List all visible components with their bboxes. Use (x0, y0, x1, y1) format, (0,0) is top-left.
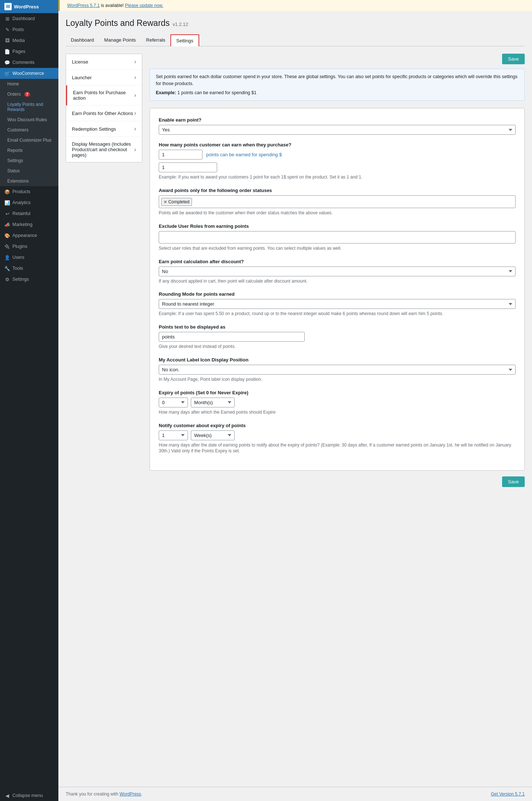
sidebar-item-comments[interactable]: 💬 Comments (0, 57, 58, 68)
select-account-icon[interactable]: No icon. Before label After label (159, 365, 516, 375)
sidebar-label-home: Home (7, 81, 19, 87)
tab-manage-points[interactable]: Manage Points (99, 34, 141, 46)
nav-item-earn-purchase[interactable]: Earn Points for Purchase action › (66, 85, 142, 106)
sidebar-item-customers[interactable]: Customers (0, 125, 58, 135)
input-points-text[interactable] (159, 332, 305, 342)
tab-settings[interactable]: Settings (170, 34, 199, 46)
sidebar-item-users[interactable]: 👤 Users (0, 252, 58, 263)
main-tabs: Dashboard Manage Points Referrals Settin… (66, 34, 525, 46)
page-title-text: Loyalty Points and Rewards (66, 18, 170, 28)
sidebar-item-home[interactable]: Home (0, 79, 58, 89)
notify-expiry-row: 1 2 3 7 14 30 Day(s) Week(s) Month(s) (159, 430, 516, 440)
sidebar-item-status[interactable]: Status (0, 166, 58, 176)
nav-item-display-messages[interactable]: Display Messages (Includes Product/cart … (66, 137, 142, 162)
sidebar-label-dashboard: Dashboard (12, 16, 35, 21)
sidebar-label-orders: Orders (7, 92, 21, 97)
sidebar-label-reports: Reports (7, 148, 23, 153)
form-group-earn-discount: Earn point calculation after discount? N… (159, 259, 516, 284)
sidebar-label-collapse: Collapse menu (12, 793, 43, 798)
sidebar-item-retainful[interactable]: ↩ Retainful (0, 208, 58, 219)
nav-item-launcher[interactable]: Launcher › (66, 70, 142, 85)
tab-referrals[interactable]: Referrals (141, 34, 170, 46)
select-earn-discount[interactable]: No Yes (159, 267, 516, 276)
form-group-order-statuses: Award points only for the following orde… (159, 188, 516, 216)
sidebar-label-plugins: Plugins (12, 244, 27, 249)
hint-rounding: Example: If a user has spent 5.50 on a p… (159, 311, 516, 317)
sidebar-item-pages[interactable]: 📄 Pages (0, 46, 58, 57)
nav-item-redemption[interactable]: Redemption Settings › (66, 121, 142, 137)
sidebar-label-woo-discount: Woo Discount Rules (7, 117, 47, 122)
sidebar-item-settings-main[interactable]: ⚙ Settings (0, 274, 58, 285)
tag-input-statuses[interactable]: × Completed (159, 195, 516, 208)
points-row: points can be earned for spending $ (159, 150, 516, 160)
chevron-icon-display-messages: › (134, 146, 136, 153)
select-enable-earn[interactable]: Yes No (159, 125, 516, 135)
nav-label-earn-other: Earn Points for Other Actions (72, 111, 133, 116)
sidebar-item-posts[interactable]: ✎ Posts (0, 24, 58, 35)
sidebar-item-reports[interactable]: Reports (0, 145, 58, 156)
form-group-expiry: Expiry of points (Set 0 for Never Expire… (159, 390, 516, 415)
footer-version-link[interactable]: Get Version 5.7.1 (491, 792, 525, 797)
sidebar-label-settings-main: Settings (12, 277, 29, 282)
chevron-icon-launcher: › (134, 74, 136, 81)
hint-earn-discount: If any discount applied in cart, then po… (159, 278, 516, 284)
sidebar-label-loyalty: Loyalty Points and Rewards (7, 102, 54, 112)
sidebar-label-customers: Customers (7, 127, 28, 133)
select-notify-unit[interactable]: Day(s) Week(s) Month(s) (191, 430, 235, 440)
sidebar-item-marketing[interactable]: 📣 Marketing (0, 219, 58, 230)
footer-wp-link[interactable]: WordPress (119, 792, 141, 797)
select-rounding[interactable]: Round to nearest integer Round up Round … (159, 299, 516, 309)
hint-notify-expiry: How many days after the date of earning … (159, 442, 516, 455)
tag-input-field[interactable] (193, 197, 513, 206)
label-account-icon: My Account Label Icon Display Position (159, 357, 516, 363)
update-now-link[interactable]: Please update now. (125, 3, 163, 8)
sidebar-item-dashboard[interactable]: ⊞ Dashboard (0, 13, 58, 24)
sidebar-item-email-customizer[interactable]: Email Customizer Plus (0, 135, 58, 145)
select-expiry-count[interactable]: 0 1 2 3 6 (159, 398, 188, 407)
sidebar-label-tools: Tools (12, 266, 23, 271)
tag-remove-completed[interactable]: × (164, 199, 167, 205)
hint-order-statuses: Points will be awarded to the customer w… (159, 210, 516, 216)
sidebar-item-analytics[interactable]: 📊 Analytics (0, 197, 58, 208)
plugins-icon: 🔌 (4, 244, 10, 249)
select-notify-count[interactable]: 1 2 3 7 14 30 (159, 430, 188, 440)
exclude-roles-input[interactable] (159, 231, 516, 244)
save-button-top[interactable]: Save (502, 54, 525, 64)
nav-item-earn-other[interactable]: Earn Points for Other Actions › (66, 106, 142, 121)
save-button-bottom[interactable]: Save (502, 476, 525, 487)
label-expiry: Expiry of points (Set 0 for Never Expire… (159, 390, 516, 395)
sidebar-label-retainful: Retainful (12, 211, 30, 216)
sidebar-item-woo-discount[interactable]: Woo Discount Rules (0, 115, 58, 125)
update-notice-link1[interactable]: WordPress 5.7.1 (67, 3, 100, 8)
update-notice-text2: is available! (101, 3, 124, 8)
spend-input[interactable] (159, 162, 217, 172)
sidebar-item-media[interactable]: 🖼 Media (0, 35, 58, 46)
tab-dashboard[interactable]: Dashboard (66, 34, 99, 46)
page-title: Loyalty Points and Rewards v1.2.12 (66, 18, 525, 28)
sidebar-item-plugins[interactable]: 🔌 Plugins (0, 241, 58, 252)
info-box: Set points earned for each dollar custom… (150, 69, 525, 101)
form-group-enable-earn: Enable earn point? Yes No (159, 117, 516, 135)
sidebar-item-appearance[interactable]: 🎨 Appearance (0, 230, 58, 241)
sidebar-item-tools[interactable]: 🔧 Tools (0, 263, 58, 274)
media-icon: 🖼 (4, 38, 10, 43)
nav-label-redemption: Redemption Settings (72, 126, 116, 132)
nav-item-license[interactable]: License › (66, 54, 142, 70)
sidebar-item-loyalty[interactable]: Loyalty Points and Rewards (0, 99, 58, 115)
sidebar-item-settings[interactable]: Settings (0, 156, 58, 166)
sidebar-item-collapse[interactable]: ◀ Collapse menu (0, 790, 58, 801)
sidebar-item-products[interactable]: 📦 Products (0, 186, 58, 197)
label-enable-earn: Enable earn point? (159, 117, 516, 123)
sidebar-label-email-customizer: Email Customizer Plus (7, 138, 51, 143)
form-group-exclude-roles: Exclude User Roles from earning points S… (159, 223, 516, 252)
sidebar-label-analytics: Analytics (12, 200, 31, 205)
info-example: Example: 1 points can be earned for spen… (156, 89, 518, 96)
select-expiry-unit[interactable]: Day(s) Week(s) Month(s) Year(s) (191, 398, 235, 407)
footer-text-label: Thank you for creating with (66, 792, 118, 797)
points-input[interactable] (159, 150, 203, 160)
sidebar-label-woocommerce: WooCommerce (12, 71, 44, 76)
sidebar-item-woocommerce[interactable]: 🛒 WooCommerce (0, 68, 58, 79)
save-bar-top: Save (150, 54, 525, 64)
sidebar-item-extensions[interactable]: Extensions (0, 176, 58, 186)
sidebar-item-orders[interactable]: Orders 7 (0, 89, 58, 99)
